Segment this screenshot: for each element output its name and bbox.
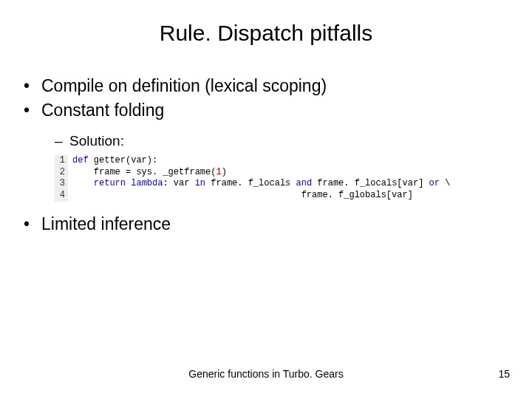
code-text: : var [163, 178, 194, 188]
slide-footer: Generic functions in Turbo. Gears 15 [0, 368, 532, 380]
bullet-item: Compile on definition (lexical scoping) [24, 74, 508, 98]
bullet-item: Limited inference [24, 212, 508, 236]
line-number: 1 [58, 155, 65, 167]
number-literal: 1 [216, 167, 221, 177]
code-text: frame. f_locals[var] [312, 178, 429, 188]
sub-bullet-text: Solution: [69, 133, 124, 149]
code-content: def getter(var): frame = sys. _getframe(… [68, 155, 450, 201]
code-text: frame. f_globals[var] [72, 190, 413, 200]
sub-bullet-list: Solution: [55, 131, 508, 151]
slide-title: Rule. Dispatch pitfalls [0, 0, 532, 46]
line-number: 2 [58, 167, 65, 179]
code-text: frame. f_locals [205, 178, 296, 188]
line-number: 4 [58, 190, 65, 202]
code-text: getter(var): [89, 155, 158, 166]
bullet-text: Limited inference [41, 214, 171, 233]
keyword: lambda [131, 178, 163, 188]
footer-caption: Generic functions in Turbo. Gears [0, 368, 532, 380]
slide-body: Compile on definition (lexical scoping) … [0, 46, 532, 236]
code-block: 1 2 3 4 def getter(var): frame = sys. _g… [55, 155, 508, 201]
code-text: ) [222, 167, 227, 177]
keyword: return [94, 178, 126, 188]
bullet-text: Compile on definition (lexical scoping) [41, 76, 327, 95]
line-number: 3 [58, 178, 65, 190]
bullet-item: Constant folding Solution: 1 2 3 4 def g… [24, 98, 508, 201]
sub-bullet-item: Solution: [55, 131, 508, 151]
bullet-list: Compile on definition (lexical scoping) … [24, 74, 508, 236]
code-text: \ [440, 178, 450, 188]
keyword: or [429, 178, 440, 188]
keyword: def [72, 155, 89, 166]
keyword: and [296, 178, 313, 188]
code-gutter: 1 2 3 4 [55, 155, 68, 201]
page-number: 15 [498, 368, 510, 380]
bullet-text: Constant folding [41, 100, 164, 120]
keyword: in [195, 178, 205, 188]
code-text: frame = sys. _getframe( [72, 167, 216, 177]
